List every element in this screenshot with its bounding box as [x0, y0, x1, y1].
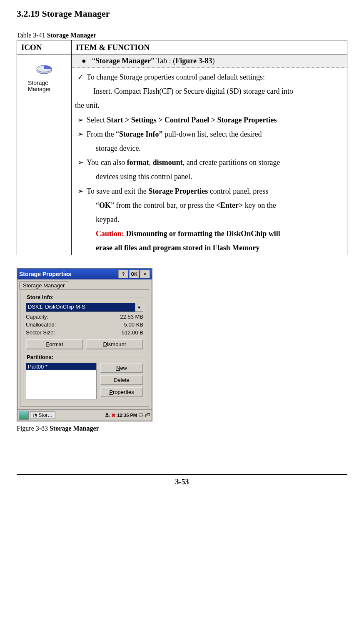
- table-caption: Table 3-41 Storage Manager: [17, 32, 347, 39]
- list-item: ✓To change Storage properties control pa…: [73, 70, 345, 84]
- dismount-button[interactable]: Dismount: [86, 339, 143, 349]
- kv-val: 22.53 MB: [120, 314, 143, 320]
- tab-header-row: ●“Storage Manager” Tab : (Figure 3-83): [72, 55, 347, 67]
- list-item: ➢From the “Storage Info” pull-down list,…: [73, 127, 345, 141]
- ok-button[interactable]: OK: [129, 270, 139, 278]
- desktop-icon[interactable]: 🗗: [145, 412, 150, 419]
- li2-bold: Storage Info”: [119, 130, 163, 138]
- network-icon[interactable]: 🖧: [105, 412, 110, 419]
- li4-sp: Storage Properties: [148, 187, 208, 195]
- figure-caption: Figure 3-83 Storage Manager: [17, 425, 347, 432]
- figure-caption-name: Storage Manager: [50, 425, 99, 432]
- list-item: ➢Select Start > Settings > Control Panel…: [73, 113, 345, 127]
- li4-line2: “OK” from the control bar, or press the …: [73, 198, 345, 212]
- li3a: You can also: [87, 158, 127, 167]
- partitions-group: Partitions: Part00 * New Delete Properti…: [23, 354, 146, 402]
- indent-text-1: Insert. Compact Flash(CF) or Secure digi…: [73, 84, 345, 98]
- storage-manager-table: ICON ITEM & FUNCTION Storage Manager ●“S…: [17, 40, 347, 255]
- table-caption-prefix: Table 3-41: [17, 32, 47, 39]
- li1-pre: Select: [87, 116, 107, 124]
- store-info-dropdown[interactable]: DSK1: DiskOnChip M-S ▼: [26, 303, 143, 312]
- clock: 12:35 PM: [117, 413, 137, 418]
- li4b: control panel, press: [208, 187, 268, 195]
- th-item-function: ITEM & FUNCTION: [72, 40, 347, 55]
- format-button[interactable]: Format: [26, 339, 83, 349]
- li4d: keypad.: [73, 212, 345, 227]
- description-cell: ●“Storage Manager” Tab : (Figure 3-83) ✓…: [72, 55, 347, 255]
- li3-sep: ,: [149, 158, 153, 167]
- start-button[interactable]: [19, 411, 29, 420]
- tab-header-suffix: ): [212, 57, 214, 65]
- chevron-down-icon[interactable]: ▼: [135, 303, 143, 312]
- panel: Store Info: DSK1: DiskOnChip M-S ▼ Capac…: [20, 289, 149, 407]
- caution-line1: Caution: Dismounting or formatting the D…: [73, 227, 345, 241]
- arrow-icon: ➢: [77, 184, 87, 198]
- page-number: 3-53: [17, 474, 347, 486]
- kv-key: Sector Size:: [26, 329, 55, 336]
- kv-key: Unallocated:: [26, 321, 56, 328]
- tab-header-name: Storage Manager: [95, 57, 151, 65]
- li4cc: key on the: [243, 201, 276, 209]
- tab-bar: Storage Manager: [17, 279, 152, 289]
- list-item[interactable]: Part00 *: [26, 363, 96, 370]
- icon-label-line1: Storage: [21, 80, 67, 86]
- kv-row: Unallocated:5.00 KB: [26, 321, 143, 328]
- store-info-group: Store Info: DSK1: DiskOnChip M-S ▼ Capac…: [23, 294, 146, 352]
- li4a: To save and exit the: [87, 187, 148, 195]
- tray-icon[interactable]: 🛡: [138, 412, 144, 419]
- li4-ok: OK: [99, 201, 111, 209]
- storage-manager-icon: ◔: [33, 412, 37, 418]
- li4ca: “: [96, 201, 99, 209]
- task-label: Stor…: [38, 412, 52, 418]
- partitions-listbox[interactable]: Part00 *: [26, 363, 97, 399]
- properties-button[interactable]: Properties: [100, 387, 143, 397]
- li4-enter: <Enter>: [216, 201, 243, 209]
- li3-format: format: [127, 158, 149, 167]
- bullet-icon: ●: [74, 57, 92, 65]
- close-button[interactable]: ×: [140, 270, 150, 278]
- indent-text-2: the unit.: [73, 98, 345, 112]
- taskbar-task[interactable]: ◔ Stor…: [30, 411, 55, 419]
- icon-cell: Storage Manager: [17, 55, 72, 255]
- th-icon: ICON: [17, 40, 72, 55]
- kv-key: Capacity:: [26, 314, 48, 320]
- titlebar: Storage Properties ? OK ×: [17, 269, 152, 279]
- taskbar: ◔ Stor… 🖧 ✖ 12:35 PM 🛡 🗗: [17, 409, 152, 421]
- store-info-legend: Store Info:: [26, 294, 55, 300]
- caution-label: Caution:: [96, 229, 124, 238]
- check-text: To change Storage properties control pan…: [87, 73, 265, 81]
- arrow-icon: ➢: [77, 127, 87, 141]
- wince-window: Storage Properties ? OK × Storage Manage…: [17, 268, 152, 421]
- li2c: storage device.: [73, 141, 345, 155]
- window-title: Storage Properties: [19, 271, 117, 277]
- check-icon: ✓: [77, 70, 87, 84]
- kv-val: 512.00 B: [122, 329, 143, 336]
- help-button[interactable]: ?: [118, 270, 128, 278]
- li2b: pull-down list, select the desired: [163, 130, 262, 138]
- li2a: From the “: [87, 130, 119, 138]
- list-item: ➢To save and exit the Storage Properties…: [73, 184, 345, 198]
- tab-storage-manager[interactable]: Storage Manager: [19, 281, 68, 289]
- new-button[interactable]: New: [100, 363, 143, 373]
- disconnect-icon[interactable]: ✖: [111, 412, 116, 419]
- li1-bold: Start > Settings > Control Panel > Stora…: [107, 116, 277, 124]
- arrow-icon: ➢: [77, 113, 87, 127]
- kv-row: Sector Size:512.00 B: [26, 329, 143, 336]
- caution-text-a: Dismounting or formatting the DiskOnChip…: [124, 229, 280, 238]
- caution-line2: erase all files and program stored in Fl…: [73, 241, 345, 255]
- li3c: , and create partitions on storage: [183, 158, 280, 167]
- tab-header-mid: ” Tab : (: [151, 57, 175, 65]
- description-list: ✓To change Storage properties control pa…: [72, 70, 347, 255]
- partitions-legend: Partitions:: [26, 354, 54, 360]
- table-caption-name: Storage Manager: [47, 32, 97, 39]
- kv-row: Capacity:22.53 MB: [26, 314, 143, 320]
- li3d: devices using this control panel.: [73, 169, 345, 184]
- li4cb: ” from the control bar, or press the: [111, 201, 216, 209]
- li3-dismount: dismount: [153, 158, 183, 167]
- quote-open: “: [92, 57, 95, 65]
- dropdown-selected: DSK1: DiskOnChip M-S: [26, 303, 135, 312]
- kv-val: 5.00 KB: [124, 321, 143, 328]
- section-heading: 3.2.19 Storage Manager: [17, 8, 347, 19]
- delete-button[interactable]: Delete: [100, 375, 143, 385]
- storage-manager-icon: Storage Manager: [21, 60, 67, 93]
